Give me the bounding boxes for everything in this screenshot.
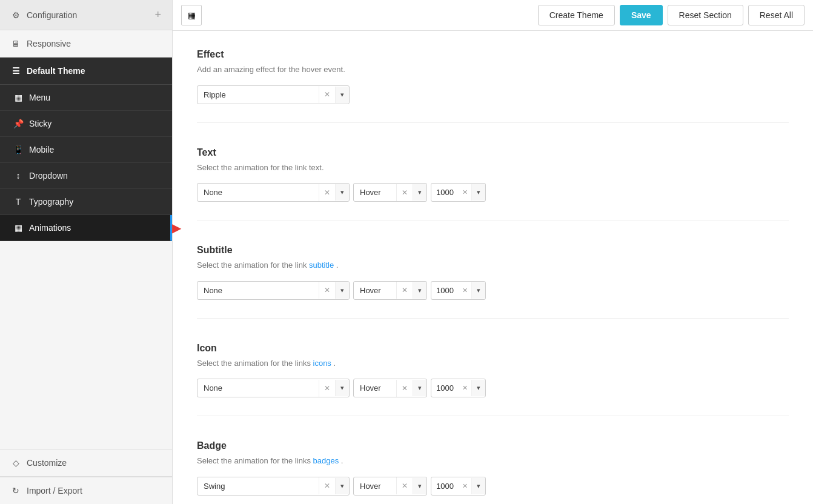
badge-select-clear[interactable]: ✕: [319, 477, 335, 494]
icon-select[interactable]: None ✕ ▾: [197, 379, 350, 397]
sidebar-group-default-theme: ☰ Default Theme: [0, 58, 172, 85]
sidebar-item-responsive[interactable]: 🖥 Responsive: [0, 30, 172, 58]
icon-num-arrow[interactable]: ▾: [471, 380, 485, 396]
sidebar-item-import-export[interactable]: ↻ Import / Export: [0, 477, 172, 504]
icon-hover-arrow[interactable]: ▾: [413, 380, 426, 396]
subtitle-num-clear[interactable]: ✕: [459, 282, 471, 299]
sticky-icon: 📌: [13, 119, 23, 128]
icon-desc-suffix: .: [334, 359, 336, 368]
subtitle-desc-suffix: .: [336, 260, 339, 270]
subtitle-num-value: 1000: [431, 282, 459, 299]
badge-section: Badge Select the animation for the links…: [197, 440, 789, 504]
effect-select-arrow[interactable]: ▾: [335, 87, 349, 103]
badge-title: Badge: [197, 440, 789, 451]
icon-num-control[interactable]: 1000 ✕ ▾: [431, 379, 486, 397]
effect-controls: Ripple ✕ ▾: [197, 85, 789, 104]
reset-all-button[interactable]: Reset All: [748, 5, 805, 25]
badge-hover-arrow[interactable]: ▾: [413, 478, 426, 494]
sidebar-item-configuration[interactable]: ⚙ Configuration +: [0, 0, 172, 30]
sidebar-spacer: [0, 241, 172, 449]
text-controls: None ✕ ▾ Hover ✕ ▾ 1000 ✕ ▾: [197, 183, 789, 202]
reset-section-button[interactable]: Reset Section: [668, 5, 743, 25]
text-hover-clear[interactable]: ✕: [396, 184, 413, 201]
subtitle-hover-value: Hover: [354, 282, 396, 299]
effect-select[interactable]: Ripple ✕ ▾: [197, 85, 350, 104]
effect-select-value: Ripple: [197, 86, 319, 104]
badge-desc: Select the animation for the links badge…: [197, 455, 789, 467]
icon-desc-link[interactable]: icons: [313, 359, 331, 368]
icon-hover-select[interactable]: Hover ✕ ▾: [353, 379, 427, 397]
text-section: Text Select the animation for the link t…: [197, 147, 789, 221]
subtitle-controls: None ✕ ▾ Hover ✕ ▾ 1000 ✕ ▾: [197, 281, 789, 300]
main-content: ▦ Create Theme Save Reset Section Reset …: [173, 0, 813, 504]
text-select-clear[interactable]: ✕: [319, 184, 335, 201]
sidebar-sticky-label: Sticky: [29, 119, 51, 128]
arrow-indicator: ▶: [172, 220, 181, 235]
text-hover-arrow[interactable]: ▾: [413, 184, 426, 201]
text-select-value: None: [197, 184, 319, 201]
sidebar-mobile-label: Mobile: [29, 145, 54, 154]
sidebar-item-menu[interactable]: ▦ Menu: [0, 85, 172, 111]
text-num-control[interactable]: 1000 ✕ ▾: [431, 183, 486, 202]
icon-controls: None ✕ ▾ Hover ✕ ▾ 1000 ✕ ▾: [197, 379, 789, 397]
text-num-arrow[interactable]: ▾: [471, 184, 485, 201]
badge-hover-select[interactable]: Hover ✕ ▾: [353, 477, 427, 496]
save-button[interactable]: Save: [620, 5, 663, 25]
subtitle-num-arrow[interactable]: ▾: [471, 282, 485, 299]
text-title: Text: [197, 147, 789, 158]
sidebar-customize-label: Customize: [27, 458, 67, 468]
sidebar-item-mobile[interactable]: 📱 Mobile: [0, 137, 172, 163]
sidebar-item-dropdown[interactable]: ↕ Dropdown: [0, 163, 172, 189]
subtitle-desc-link[interactable]: subtitle: [309, 260, 334, 270]
sidebar-item-sticky[interactable]: 📌 Sticky: [0, 111, 172, 137]
subtitle-select-clear[interactable]: ✕: [319, 282, 335, 299]
text-select-arrow[interactable]: ▾: [335, 184, 349, 201]
badge-num-control[interactable]: 1000 ✕ ▾: [431, 477, 486, 496]
text-desc: Select the animation for the link text.: [197, 162, 789, 174]
badge-select[interactable]: Swing ✕ ▾: [197, 477, 350, 496]
text-hover-select[interactable]: Hover ✕ ▾: [353, 183, 427, 202]
sidebar-import-export-label: Import / Export: [27, 486, 82, 496]
text-select[interactable]: None ✕ ▾: [197, 183, 350, 202]
badge-num-value: 1000: [431, 477, 459, 495]
sidebar-item-animations[interactable]: ▦ Animations ▶: [0, 215, 172, 241]
effect-select-clear[interactable]: ✕: [319, 86, 335, 103]
icon-section: Icon Select the animation for the links …: [197, 343, 789, 417]
sidebar-item-customize[interactable]: ◇ Customize: [0, 449, 172, 477]
sidebar-dropdown-label: Dropdown: [29, 171, 68, 181]
sidebar-item-typography[interactable]: T Typography: [0, 189, 172, 215]
icon-hover-clear[interactable]: ✕: [396, 380, 413, 397]
badge-controls: Swing ✕ ▾ Hover ✕ ▾ 1000 ✕ ▾: [197, 477, 789, 496]
effect-title: Effect: [197, 49, 789, 60]
plus-icon: +: [154, 8, 161, 21]
subtitle-hover-clear[interactable]: ✕: [396, 282, 413, 299]
icon-select-arrow[interactable]: ▾: [335, 380, 349, 396]
import-export-icon: ↻: [11, 486, 21, 496]
sidebar: ⚙ Configuration + 🖥 Responsive ☰ Default…: [0, 0, 173, 504]
badge-hover-clear[interactable]: ✕: [396, 477, 413, 494]
subtitle-hover-arrow[interactable]: ▾: [413, 282, 426, 299]
sidebar-menu-label: Menu: [29, 93, 50, 102]
sidebar-responsive-label: Responsive: [27, 39, 71, 48]
subtitle-hover-select[interactable]: Hover ✕ ▾: [353, 281, 427, 300]
badge-hover-value: Hover: [354, 477, 396, 495]
toolbar-left: ▦: [181, 5, 533, 25]
icon-select-clear[interactable]: ✕: [319, 380, 335, 397]
badge-desc-link[interactable]: badges: [313, 456, 339, 465]
create-theme-button[interactable]: Create Theme: [538, 5, 615, 25]
monitor-icon: 🖥: [11, 39, 21, 48]
subtitle-select[interactable]: None ✕ ▾: [197, 281, 350, 300]
subtitle-select-arrow[interactable]: ▾: [335, 282, 349, 299]
text-num-clear[interactable]: ✕: [459, 184, 471, 201]
dropdown-icon: ↕: [13, 171, 23, 181]
sidebar-default-theme-label: Default Theme: [27, 66, 85, 76]
subtitle-section: Subtitle Select the animation for the li…: [197, 245, 789, 319]
animations-icon: ▦: [13, 223, 23, 233]
mobile-icon: 📱: [13, 145, 23, 154]
badge-select-arrow[interactable]: ▾: [335, 478, 349, 494]
badge-num-arrow[interactable]: ▾: [471, 478, 485, 494]
icon-num-clear[interactable]: ✕: [459, 380, 471, 396]
subtitle-num-control[interactable]: 1000 ✕ ▾: [431, 281, 486, 300]
badge-num-clear[interactable]: ✕: [459, 478, 471, 494]
grid-view-button[interactable]: ▦: [181, 5, 202, 25]
